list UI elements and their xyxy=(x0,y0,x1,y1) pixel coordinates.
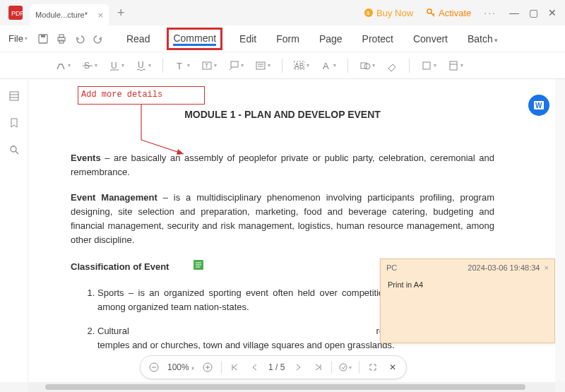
annotation-arrow-icon xyxy=(127,105,198,161)
callout-tool[interactable]: ▾ xyxy=(224,57,248,74)
new-tab-button[interactable]: + xyxy=(117,6,125,20)
svg-rect-28 xyxy=(450,61,457,70)
svg-rect-19 xyxy=(256,62,265,69)
textbox-tool[interactable]: T▾ xyxy=(197,57,221,74)
separator xyxy=(347,59,348,73)
svg-line-34 xyxy=(16,151,18,154)
activate-label: Activate xyxy=(439,8,471,18)
close-toolbar-button[interactable]: ✕ xyxy=(386,361,399,374)
bookmark-icon[interactable] xyxy=(8,117,20,129)
tab-form[interactable]: Form xyxy=(273,28,302,50)
prev-page-button[interactable] xyxy=(249,361,261,374)
area-highlight-tool[interactable]: AB▾ xyxy=(290,57,314,74)
svg-text:$: $ xyxy=(367,10,370,16)
more-menu-button[interactable]: ··· xyxy=(484,7,496,18)
svg-point-51 xyxy=(340,364,347,371)
separator xyxy=(221,361,222,374)
zoom-in-button[interactable] xyxy=(201,361,214,374)
svg-point-33 xyxy=(11,146,16,152)
strikethrough-tool[interactable]: S▾ xyxy=(78,57,102,74)
last-page-button[interactable] xyxy=(311,361,324,374)
file-label: File xyxy=(8,33,23,44)
first-page-button[interactable] xyxy=(229,361,242,374)
buy-now-label: Buy Now xyxy=(376,8,413,18)
svg-point-26 xyxy=(364,64,370,69)
shape-tool[interactable]: ▾ xyxy=(355,57,379,74)
annotation-textbox[interactable]: Add more details xyxy=(78,86,205,105)
page-indicator[interactable]: 1 / 5 xyxy=(268,362,285,372)
thumbnails-icon[interactable] xyxy=(8,90,20,102)
fit-view-dropdown[interactable]: ▾ xyxy=(339,361,352,374)
search-icon[interactable] xyxy=(8,144,20,155)
zoom-level[interactable]: 100% ▾ xyxy=(167,362,194,372)
eraser-tool[interactable] xyxy=(382,57,402,74)
tab-comment[interactable]: Comment xyxy=(173,32,216,46)
print-icon[interactable] xyxy=(56,33,67,44)
minimize-button[interactable]: — xyxy=(509,7,519,18)
svg-rect-6 xyxy=(41,35,45,37)
document-tab[interactable]: Module...cture* × xyxy=(30,4,109,25)
save-icon[interactable] xyxy=(37,33,49,44)
activate-link[interactable]: Activate xyxy=(426,8,471,18)
svg-rect-9 xyxy=(59,40,64,43)
squiggly-tool[interactable]: U▾ xyxy=(131,57,155,74)
attachment-tool[interactable]: ▾ xyxy=(444,57,468,74)
text-tool[interactable]: T▾ xyxy=(170,57,194,74)
fullscreen-button[interactable] xyxy=(367,361,379,374)
coin-icon: $ xyxy=(364,8,374,18)
svg-text:T: T xyxy=(177,61,182,71)
tab-batch[interactable]: Batch xyxy=(465,28,501,50)
svg-text:W: W xyxy=(535,102,542,109)
sticky-close-icon[interactable]: × xyxy=(545,263,549,272)
highlight-tool[interactable]: ▾ xyxy=(51,57,75,74)
separator xyxy=(409,59,410,73)
sticky-note-popup[interactable]: PC 2024-03-06 19:48:34 × Print in A4 xyxy=(380,259,555,343)
separator xyxy=(359,361,359,374)
word-icon: W xyxy=(533,100,545,111)
maximize-button[interactable]: ▢ xyxy=(529,7,538,18)
horizontal-scrollbar[interactable] xyxy=(28,382,555,392)
svg-rect-30 xyxy=(10,92,18,100)
separator xyxy=(162,59,163,73)
svg-text:U: U xyxy=(138,60,144,70)
svg-text:PDF: PDF xyxy=(11,10,24,17)
key-icon xyxy=(426,8,436,18)
font-tool[interactable]: A▾ xyxy=(316,57,340,74)
redo-icon[interactable] xyxy=(93,33,104,44)
sticky-author: PC xyxy=(386,263,397,272)
buy-now-link[interactable]: $ Buy Now xyxy=(364,8,413,18)
tab-protect[interactable]: Protect xyxy=(359,28,396,50)
tab-close-icon[interactable]: × xyxy=(97,10,103,20)
sticky-timestamp: 2024-03-06 19:48:34 xyxy=(468,263,540,272)
tab-convert[interactable]: Convert xyxy=(410,28,451,50)
tab-read[interactable]: Read xyxy=(124,28,153,50)
stamp-tool[interactable]: ▾ xyxy=(417,57,441,74)
close-button[interactable]: ✕ xyxy=(548,7,557,18)
svg-marker-37 xyxy=(177,149,184,155)
zoom-out-button[interactable] xyxy=(148,361,160,374)
note-tool[interactable]: ▾ xyxy=(251,57,275,74)
underline-tool[interactable]: U▾ xyxy=(105,57,129,74)
svg-text:U: U xyxy=(111,61,117,71)
sticky-note-icon[interactable] xyxy=(193,259,204,275)
page-control-bar: 100% ▾ 1 / 5 ▾ ✕ xyxy=(140,355,407,379)
tab-comment-highlight: Comment xyxy=(167,28,222,50)
separator xyxy=(331,361,332,374)
file-menu[interactable]: File▾ xyxy=(3,33,33,44)
next-page-button[interactable] xyxy=(292,361,304,374)
sticky-body[interactable]: Print in A4 xyxy=(381,276,554,293)
app-logo-icon: PDF xyxy=(7,4,24,21)
svg-rect-8 xyxy=(59,35,64,37)
tab-edit[interactable]: Edit xyxy=(237,28,259,50)
word-export-button[interactable]: W xyxy=(528,95,549,116)
svg-rect-27 xyxy=(423,62,430,69)
paragraph-event-management: Event Management – is a multidisciplinar… xyxy=(71,191,494,248)
separator xyxy=(282,59,282,73)
svg-rect-18 xyxy=(231,61,238,67)
svg-text:T: T xyxy=(205,62,209,69)
tab-title: Module...cture* xyxy=(35,11,88,19)
tab-page[interactable]: Page xyxy=(316,28,345,50)
vertical-scrollbar[interactable] xyxy=(555,79,565,382)
svg-text:AB: AB xyxy=(295,62,304,70)
undo-icon[interactable] xyxy=(74,33,85,44)
